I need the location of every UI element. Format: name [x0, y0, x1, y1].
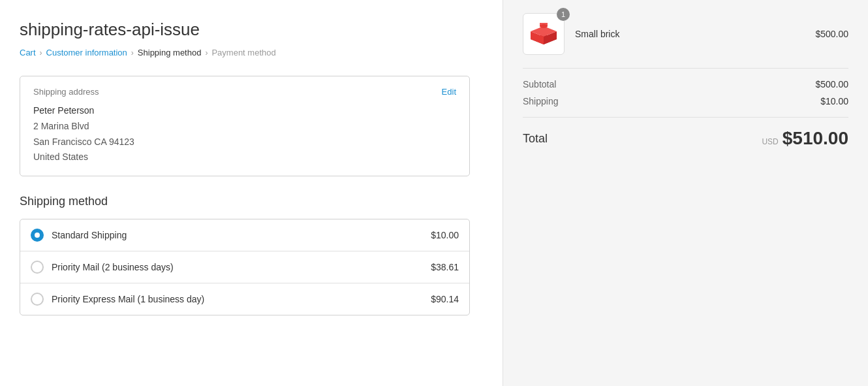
- subtotal-value: $500.00: [815, 79, 848, 89]
- breadcrumb-sep-3: ›: [205, 48, 208, 57]
- radio-express[interactable]: [31, 293, 44, 306]
- shipping-label: Shipping: [523, 96, 559, 106]
- subtotal-label: Subtotal: [523, 79, 556, 89]
- product-row: 1 Small brick $500.00: [523, 13, 848, 69]
- product-image: [523, 13, 565, 55]
- shipping-address-label: Shipping address: [33, 87, 99, 97]
- shipping-row: Shipping $10.00: [523, 96, 848, 106]
- page-layout: shipping-rates-api-issue Cart › Customer…: [0, 0, 868, 386]
- breadcrumb-cart[interactable]: Cart: [20, 48, 36, 57]
- quantity-badge: 1: [557, 8, 570, 21]
- address-street: 2 Marina Blvd: [33, 119, 456, 135]
- address-country: United States: [33, 150, 456, 165]
- shipping-option-priority[interactable]: Priority Mail (2 business days) $38.61: [20, 251, 469, 283]
- shipping-value: $10.00: [820, 96, 848, 106]
- option-price-express: $90.14: [431, 294, 459, 304]
- shipping-options-list: Standard Shipping $10.00 Priority Mail (…: [20, 219, 470, 315]
- page-title: shipping-rates-api-issue: [20, 20, 470, 40]
- product-price: $500.00: [815, 29, 848, 39]
- brick-svg: [528, 18, 559, 50]
- shipping-address-card: Shipping address Edit Peter Peterson 2 M…: [20, 76, 470, 176]
- total-label: Total: [523, 132, 548, 146]
- svg-point-6: [540, 24, 548, 28]
- option-left-standard: Standard Shipping: [31, 229, 127, 242]
- radio-standard[interactable]: [31, 229, 44, 242]
- summary-divider: [523, 117, 848, 118]
- card-header: Shipping address Edit: [33, 87, 456, 97]
- shipping-option-express[interactable]: Priority Express Mail (1 business day) $…: [20, 283, 469, 315]
- left-panel: shipping-rates-api-issue Cart › Customer…: [0, 0, 503, 386]
- shipping-option-standard[interactable]: Standard Shipping $10.00: [20, 219, 469, 251]
- shipping-method-title: Shipping method: [20, 195, 470, 208]
- breadcrumb-sep-2: ›: [131, 48, 134, 57]
- total-currency: USD: [762, 137, 778, 146]
- address-city-state-zip: San Francisco CA 94123: [33, 135, 456, 150]
- breadcrumb-payment: Payment method: [211, 48, 275, 57]
- breadcrumb-customer-info[interactable]: Customer information: [46, 48, 127, 57]
- radio-priority[interactable]: [31, 261, 44, 274]
- option-left-priority: Priority Mail (2 business days): [31, 261, 174, 274]
- option-label-express: Priority Express Mail (1 business day): [52, 294, 204, 304]
- product-name: Small brick: [575, 29, 805, 39]
- subtotal-row: Subtotal $500.00: [523, 79, 848, 89]
- address-name: Peter Peterson: [33, 103, 456, 119]
- option-label-standard: Standard Shipping: [52, 230, 127, 240]
- option-label-priority: Priority Mail (2 business days): [52, 262, 174, 272]
- option-left-express: Priority Express Mail (1 business day): [31, 293, 204, 306]
- option-price-standard: $10.00: [431, 230, 459, 240]
- option-price-priority: $38.61: [431, 262, 459, 272]
- breadcrumb: Cart › Customer information › Shipping m…: [20, 48, 470, 57]
- right-panel: 1 Small brick $500.00 Subtotal $500.00 S…: [503, 0, 868, 386]
- edit-address-link[interactable]: Edit: [442, 87, 456, 97]
- total-amount: $510.00: [783, 128, 848, 149]
- product-image-wrap: 1: [523, 13, 565, 55]
- breadcrumb-sep-1: ›: [40, 48, 42, 57]
- total-right: USD $510.00: [762, 128, 848, 149]
- total-row: Total USD $510.00: [523, 128, 848, 149]
- breadcrumb-shipping-method: Shipping method: [138, 48, 202, 57]
